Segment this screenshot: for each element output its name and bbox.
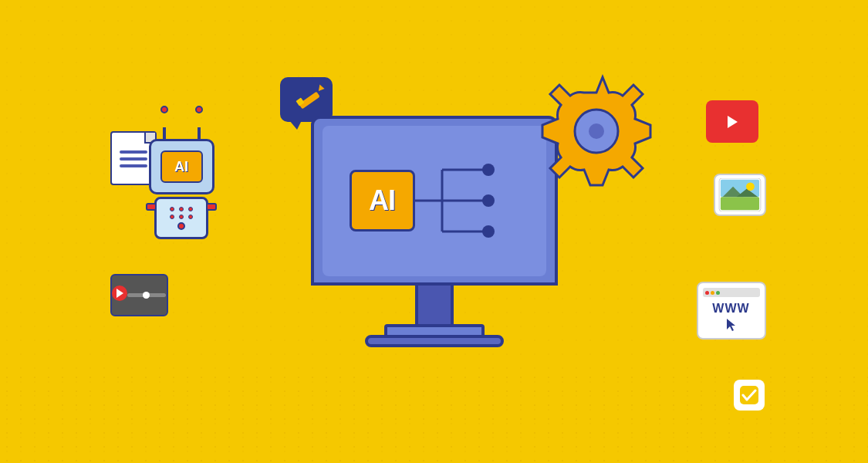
www-text-area: WWW [712,300,749,333]
browser-dot-yellow [711,291,714,295]
monitor-neck [415,286,454,324]
svg-point-13 [589,123,604,139]
main-scene: AI [87,39,782,424]
svg-marker-20 [727,319,735,331]
ai-box: AI [350,170,415,231]
ai-label: AI [369,184,395,217]
monitor-screen: AI [311,116,558,286]
www-browser-icon: WWW [697,282,766,340]
robot-dot [170,207,174,211]
doc-line-3 [120,164,147,167]
doc-line-1 [120,150,147,154]
logo-badge [734,380,765,411]
robot-ai-label: AI [174,159,188,175]
youtube-icon [706,100,758,143]
www-label: WWW [712,302,749,316]
photo-icon [714,174,766,216]
robot-antenna-ball-left [160,106,168,113]
checkmark-icon [739,385,759,405]
robot-antenna-ball-right [195,106,203,113]
svg-rect-18 [720,197,758,210]
cursor-icon [724,317,739,333]
browser-bar [703,288,760,297]
robot-center-joint [177,222,185,230]
browser-dot-green [716,291,720,295]
browser-dot-red [705,291,709,295]
robot-dot [188,215,193,219]
svg-point-19 [746,182,755,191]
gear-icon-wrapper [535,69,658,196]
robot-ai-badge: AI [160,150,203,183]
svg-marker-2 [316,83,324,92]
robot-dot-row-2 [170,215,193,219]
robot-dot-row-1 [170,207,193,211]
robot-illustration: AI [149,139,214,239]
video-timeline-dot [143,292,150,299]
robot-antenna-left [163,127,166,141]
youtube-play-triangle [728,116,738,128]
photo-svg [717,178,763,211]
robot-body [154,197,208,239]
monitor-screen-inner: AI [323,126,546,276]
pencil-icon [292,83,326,114]
robot-shoulder-right [206,203,217,211]
svg-point-11 [482,225,495,238]
monitor-illustration: AI [311,116,558,347]
doc-line-2 [120,157,147,161]
circuit-diagram [411,154,531,247]
robot-dot [179,215,184,219]
robot-dot [188,207,193,211]
gear-icon [535,69,658,193]
svg-point-10 [482,194,495,207]
video-timeline [127,293,166,297]
robot-dot [170,215,174,219]
video-play-button-icon [112,286,127,301]
robot-head: AI [149,139,214,194]
svg-point-9 [482,164,495,176]
monitor-foot [365,335,504,347]
robot-antenna-right [198,127,201,141]
robot-dot [179,207,184,211]
robot-chest-dots [170,207,193,230]
video-player-icon [110,274,168,316]
robot-shoulder-left [146,203,157,211]
play-triangle-icon [117,289,123,298]
